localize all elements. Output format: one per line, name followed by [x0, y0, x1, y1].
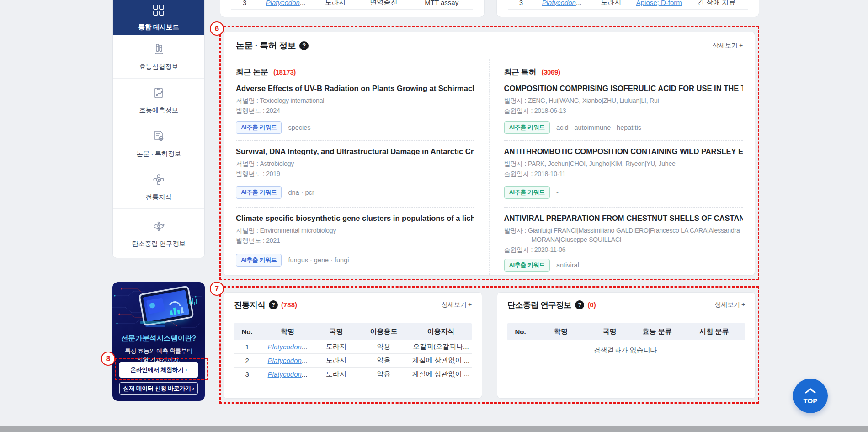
ai-keyword-badge: AI추출 키워드: [504, 186, 550, 199]
patent-filing-date: 출원일자 : 2018-10-11: [504, 170, 743, 179]
dashboard-icon: [152, 3, 165, 19]
promo-line: 특정 효능의 예측 확률부터: [112, 347, 205, 356]
chevron-up-icon: [804, 388, 816, 395]
promo-title: 전문가분석시스템이란?: [112, 334, 205, 343]
dashboard-page: 통합 대시보드 효능실험정보 효: [0, 0, 868, 432]
annotation-number-7: 7: [210, 282, 224, 296]
paper-journal: 저널명 : Environmental microbiology: [236, 226, 474, 235]
promo-illustration: [112, 282, 205, 333]
sidebar-item-experiment[interactable]: 효능실험정보: [113, 35, 204, 79]
sidebar-item-carbon[interactable]: 탄소중립 연구정보: [113, 209, 204, 258]
ai-keyword-badge: AI추출 키워드: [236, 121, 282, 134]
species-link-cell: Platycodon...: [534, 0, 590, 6]
patent-item: COMPOSITION COMPRISING ISOFERULIC ACID F…: [504, 80, 743, 141]
paper-year: 발행년도 : 2024: [236, 107, 474, 116]
paper-item: Adverse Effects of UV-B Radiation on Pla…: [236, 80, 474, 141]
usage-cell: 간 장애 치료: [686, 0, 748, 7]
ai-keyword-badge: AI추출 키워드: [504, 259, 550, 272]
compound-link[interactable]: Apiose; D-form: [636, 0, 682, 6]
tradition-table: No. 학명 국명 이용용도 이용지식 1 Platycodon... 도라지 …: [234, 323, 472, 381]
sidebar-item-label: 탄소중립 연구정보: [132, 240, 185, 248]
scroll-to-top-button[interactable]: TOP: [793, 379, 828, 413]
ai-keyword-badge: AI추출 키워드: [236, 186, 282, 199]
patent-inventors: 발명자 : PARK, Jeehun|CHOI, Jungho|KIM, Riy…: [504, 160, 743, 169]
table-header-row: No. 학명 국명 이용용도 이용지식: [234, 323, 472, 340]
traditional-knowledge-header: 전통지식 ? (788) 상세보기 +: [224, 293, 482, 317]
carbon-count: (0): [587, 301, 596, 309]
promo-card: 전문가분석시스템이란? 특정 효능의 예측 확률부터 실험 결과값까지, 상세 …: [112, 282, 205, 401]
patents-count: (3069): [542, 68, 560, 76]
table-header-row: No. 학명 국명 효능 분류 시험 분류: [507, 323, 745, 340]
keywords: dna · pcr: [288, 189, 314, 196]
papers-heading: 최근 논문 (18173): [236, 67, 474, 80]
patent-filing-date: 출원일자 : 2018-06-13: [504, 107, 743, 116]
traditional-knowledge-card: 전통지식 ? (788) 상세보기 + No. 학명 국명 이용용도 이용지식 …: [224, 292, 482, 399]
species-link[interactable]: Platycodon: [268, 370, 302, 378]
empty-result-message: 검색결과가 없습니다.: [507, 340, 745, 360]
sidebar: 통합 대시보드 효능실험정보 효: [112, 0, 205, 258]
request-data-button[interactable]: 실제 데이터 신청 바로가기 ›: [119, 382, 198, 395]
efficacy-cell: 면역증진: [357, 0, 410, 7]
ai-keyword-badge: AI추출 키워드: [504, 121, 550, 134]
sidebar-item-paper-patent[interactable]: 논문 · 특허정보: [113, 122, 204, 165]
paper-item: Survival, DNA Integrity, and Ultrastruct…: [236, 141, 474, 208]
papers-count: (18173): [273, 68, 296, 76]
experiment-icon: [151, 42, 166, 59]
species-link-cell: Platycodon...: [258, 0, 314, 6]
sidebar-item-label: 논문 · 특허정보: [136, 149, 181, 158]
annotation-number-6: 6: [210, 21, 224, 36]
paper-title[interactable]: Climate-specific biosynthetic gene clust…: [236, 214, 474, 223]
patent-filing-date: 출원일자 : 2020-11-06: [504, 245, 743, 255]
table-row: 3 Platycodon... 도라지 약용 계절에 상관없이 ...: [234, 368, 472, 381]
footer-bar: [0, 426, 868, 432]
patent-title[interactable]: ANTITHROMBOTIC COMPOSITION CONTAINING WI…: [504, 147, 743, 156]
carbon-icon: [151, 219, 166, 235]
sidebar-item-label: 효능실험정보: [139, 63, 178, 71]
patent-title[interactable]: ANTIVIRAL PREPARATION FROM CHESTNUT SHEL…: [504, 214, 743, 223]
paper-year: 발행년도 : 2021: [236, 236, 474, 245]
paper-item: Climate-specific biosynthetic gene clust…: [236, 208, 474, 276]
help-icon[interactable]: ?: [269, 300, 278, 309]
patent-inventors: 발명자 : ZENG, Hui|WANG, Xianbo|ZHU, Liulua…: [504, 96, 743, 106]
sidebar-item-dashboard[interactable]: 통합 대시보드: [113, 0, 204, 35]
keywords: species: [288, 124, 310, 131]
patent-item: ANTITHROMBOTIC COMPOSITION CONTAINING WI…: [504, 141, 743, 208]
patent-title[interactable]: COMPOSITION COMPRISING ISOFERULIC ACID F…: [504, 84, 743, 93]
species-link[interactable]: Platycodon: [542, 0, 576, 6]
detail-view-link[interactable]: 상세보기 +: [713, 42, 743, 50]
section-title: 탄소중립 연구정보: [507, 299, 571, 310]
help-icon[interactable]: ?: [299, 41, 309, 50]
detail-view-link[interactable]: 상세보기 +: [715, 301, 745, 309]
keywords: fungus · gene · fungi: [288, 256, 349, 264]
help-icon[interactable]: ?: [575, 300, 584, 309]
paper-title[interactable]: Adverse Effects of UV-B Radiation on Pla…: [236, 84, 474, 93]
sidebar-item-prediction[interactable]: 효능예측정보: [113, 79, 204, 122]
patents-heading: 최근 특허 (3069): [504, 67, 743, 80]
sidebar-item-label: 통합 대시보드: [138, 23, 179, 32]
table-row: 2 Platycodon... 도라지 약용 계절에 상관없이 ...: [234, 354, 472, 368]
patent-inventors: 발명자 : Gianluigi FRANCI|Massimiliano GALD…: [504, 226, 743, 245]
species-link[interactable]: Platycodon: [266, 0, 300, 6]
table-row: 3 Platycodon... 도라지 면역증진 MTT assay: [231, 0, 473, 10]
papers-patents-header: 논문 · 특허 정보 ? 상세보기 +: [224, 32, 755, 59]
sidebar-item-tradition[interactable]: 전통지식: [113, 165, 204, 209]
section-title: 논문 · 특허 정보: [236, 40, 296, 52]
sidebar-item-label: 전통지식: [146, 193, 172, 202]
tradition-icon: [151, 172, 166, 189]
section-title: 전통지식: [234, 299, 265, 310]
paper-journal: 저널명 : Toxicology international: [236, 96, 474, 106]
tradition-count: (788): [281, 301, 297, 309]
ai-keyword-badge: AI추출 키워드: [236, 254, 282, 267]
species-link[interactable]: Platycodon: [268, 357, 302, 364]
assay-cell: MTT assay: [410, 0, 473, 6]
patent-item: ANTIVIRAL PREPARATION FROM CHESTNUT SHEL…: [504, 208, 743, 276]
carbon-research-header: 탄소중립 연구정보 ? (0) 상세보기 +: [497, 293, 755, 317]
try-online-button[interactable]: 온라인에서 체험하기 ›: [119, 362, 198, 378]
papers-patents-card: 논문 · 특허 정보 ? 상세보기 + 최근 논문 (18173) Advers…: [224, 32, 755, 276]
paper-title[interactable]: Survival, DNA Integrity, and Ultrastruct…: [236, 147, 474, 156]
detail-view-link[interactable]: 상세보기 +: [442, 301, 472, 309]
carbon-table: No. 학명 국명 효능 분류 시험 분류 검색결과가 없습니다.: [507, 323, 745, 360]
korean-name-cell: 도라지: [314, 0, 357, 7]
species-link[interactable]: Platycodon: [268, 343, 302, 351]
carbon-research-card: 탄소중립 연구정보 ? (0) 상세보기 + No. 학명 국명 효능 분류 시…: [497, 292, 756, 399]
